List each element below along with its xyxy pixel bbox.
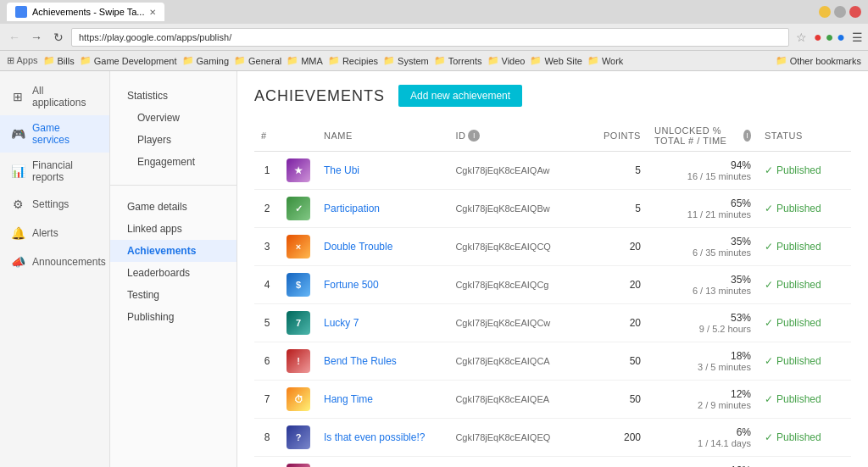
gear-icon: ⚙ <box>10 197 25 212</box>
second-nav-engagement[interactable]: Engagement <box>110 151 236 173</box>
row-icon-cell: ★ <box>280 152 317 190</box>
table-row: 1 ★ The Ubi CgkI78jEqK8cEAIQAw 5 94% 16 … <box>254 152 851 190</box>
row-status: ✓ Published <box>758 381 851 419</box>
bookmark-system[interactable]: 📁System <box>383 55 429 66</box>
second-nav-statistics[interactable]: Statistics <box>110 85 236 107</box>
second-nav-overview[interactable]: Overview <box>110 107 236 129</box>
row-name[interactable]: Fortune 500 <box>317 266 448 304</box>
row-num: 6 <box>254 342 280 381</box>
status-badge: ✓ Published <box>765 431 844 443</box>
bookmark-video[interactable]: 📁Video <box>487 55 526 66</box>
second-nav-testing[interactable]: Testing <box>110 284 236 306</box>
row-id: CgkI78jEqK8cEAIQCg <box>448 266 597 304</box>
tab-close-button[interactable]: ✕ <box>149 8 156 17</box>
row-unlocked: 12% 2 / 9 minutes <box>648 381 758 419</box>
bookmark-recipies[interactable]: 📁Recipies <box>328 55 378 66</box>
row-icon-cell: ! <box>280 342 317 381</box>
forward-button[interactable]: → <box>27 28 46 47</box>
bookmark-game-dev[interactable]: 📁Game Development <box>80 55 177 66</box>
bookmark-website[interactable]: 📁Web Site <box>530 55 581 66</box>
sidebar-item-financial-reports[interactable]: 📊 Financial reports <box>0 153 109 190</box>
row-points: 5 <box>597 152 648 190</box>
second-nav-achievements[interactable]: Achievements <box>110 240 236 262</box>
row-num: 7 <box>254 381 280 419</box>
table-row: 4 $ Fortune 500 CgkI78jEqK8cEAIQCg 20 35… <box>254 266 851 304</box>
row-id: CgkI78jEqK8cEAIQAw <box>448 152 597 190</box>
back-button[interactable]: ← <box>5 28 24 47</box>
browser-tab[interactable]: Achievements - Swipe Ta... ✕ <box>7 3 164 21</box>
row-num: 9 <box>254 457 280 468</box>
status-badge: ✓ Published <box>765 317 844 329</box>
row-name[interactable]: The Ubi <box>317 152 448 190</box>
address-bar[interactable] <box>71 28 789 47</box>
row-id: CgkI78jEqK8cEAIQEg <box>448 457 597 468</box>
row-points: 20 <box>597 457 648 468</box>
second-nav-game-details[interactable]: Game details <box>110 196 236 218</box>
bookmark-star-icon[interactable]: ☆ <box>796 31 807 44</box>
window-maximize-button[interactable] <box>834 6 846 18</box>
apps-button[interactable]: ⊞ Apps <box>7 55 38 66</box>
other-bookmarks[interactable]: 📁Other bookmarks <box>776 55 861 66</box>
second-nav-linked-apps[interactable]: Linked apps <box>110 218 236 240</box>
second-nav-section-2: Game details Linked apps Achievements Le… <box>110 192 236 335</box>
extension-icon-blue[interactable]: ● <box>837 30 845 45</box>
row-name[interactable]: Bend The Rules <box>317 342 448 381</box>
refresh-button[interactable]: ↻ <box>49 28 68 47</box>
add-achievement-button[interactable]: Add new achievement <box>398 85 522 107</box>
bookmark-bills[interactable]: 📁Bills <box>43 55 75 66</box>
row-name[interactable]: Participation <box>317 190 448 228</box>
check-icon: ✓ <box>765 164 773 176</box>
window-close-button[interactable] <box>849 6 861 18</box>
tab-title: Achievements - Swipe Ta... <box>32 7 144 17</box>
row-status: ✓ Published <box>758 228 851 266</box>
gamepad-icon: 🎮 <box>10 126 25 142</box>
unlocked-info-icon: i <box>743 130 751 142</box>
row-name[interactable]: Double Trouble <box>317 228 448 266</box>
row-name[interactable]: Lucky 7 <box>317 304 448 342</box>
sidebar-item-settings-label: Settings <box>32 198 69 210</box>
row-num: 2 <box>254 190 280 228</box>
bookmark-gaming[interactable]: 📁Gaming <box>182 55 230 66</box>
row-name[interactable]: Putting the "I" in "Team" <box>317 457 448 468</box>
status-badge: ✓ Published <box>765 279 844 291</box>
row-name[interactable]: Hang Time <box>317 381 448 419</box>
second-nav-leaderboards[interactable]: Leaderboards <box>110 262 236 284</box>
row-name[interactable]: Is that even possible!? <box>317 419 448 457</box>
row-unlocked: 65% 11 / 21 minutes <box>648 190 758 228</box>
icon-symbol: ✓ <box>287 197 310 220</box>
bookmarks-bar: ⊞ Apps 📁Bills 📁Game Development 📁Gaming … <box>0 51 868 71</box>
achievement-icon: 7 <box>287 311 310 335</box>
row-points: 20 <box>597 304 648 342</box>
row-id: CgkI78jEqK8cEAIQCw <box>448 304 597 342</box>
left-nav: ⊞ All applications 🎮 Game services 📊 Fin… <box>0 71 110 467</box>
status-badge: ✓ Published <box>765 203 844 214</box>
extension-icon-red[interactable]: ● <box>814 30 822 45</box>
page-title: ACHIEVEMENTS <box>254 87 385 105</box>
chrome-menu-button[interactable]: ☰ <box>852 31 863 44</box>
second-nav-players[interactable]: Players <box>110 129 236 151</box>
bookmark-torrents[interactable]: 📁Torrents <box>434 55 482 66</box>
sidebar-item-all-applications[interactable]: ⊞ All applications <box>0 78 109 115</box>
row-id: CgkI78jEqK8cEAIQCA <box>448 342 597 381</box>
sidebar-item-announcements[interactable]: 📣 Announcements <box>0 247 109 276</box>
bookmark-mma[interactable]: 📁MMA <box>287 55 323 66</box>
bookmark-work[interactable]: 📁Work <box>587 55 623 66</box>
icon-symbol: ! <box>287 349 310 373</box>
row-icon-cell: ✓ <box>280 190 317 228</box>
table-row: 3 × Double Trouble CgkI78jEqK8cEAIQCQ 20… <box>254 228 851 266</box>
bell-icon: 🔔 <box>10 225 25 241</box>
row-status: ✓ Published <box>758 190 851 228</box>
bookmark-general[interactable]: 📁General <box>234 55 281 66</box>
extension-icon-green[interactable]: ● <box>826 30 834 45</box>
achievements-table: # NAME ID i POINTS UNLOCKED % TOTAL # / … <box>254 120 851 467</box>
row-status: ✓ Published <box>758 304 851 342</box>
second-nav-publishing[interactable]: Publishing <box>110 306 236 328</box>
sidebar-item-settings[interactable]: ⚙ Settings <box>0 190 109 219</box>
col-header-unlocked: UNLOCKED % TOTAL # / TIME i <box>648 120 758 152</box>
col-header-status: STATUS <box>758 120 851 152</box>
row-points: 20 <box>597 266 648 304</box>
sidebar-item-alerts[interactable]: 🔔 Alerts <box>0 219 109 247</box>
sidebar-item-game-services[interactable]: 🎮 Game services <box>0 115 109 153</box>
announce-icon: 📣 <box>10 254 25 270</box>
window-minimize-button[interactable] <box>819 6 831 18</box>
